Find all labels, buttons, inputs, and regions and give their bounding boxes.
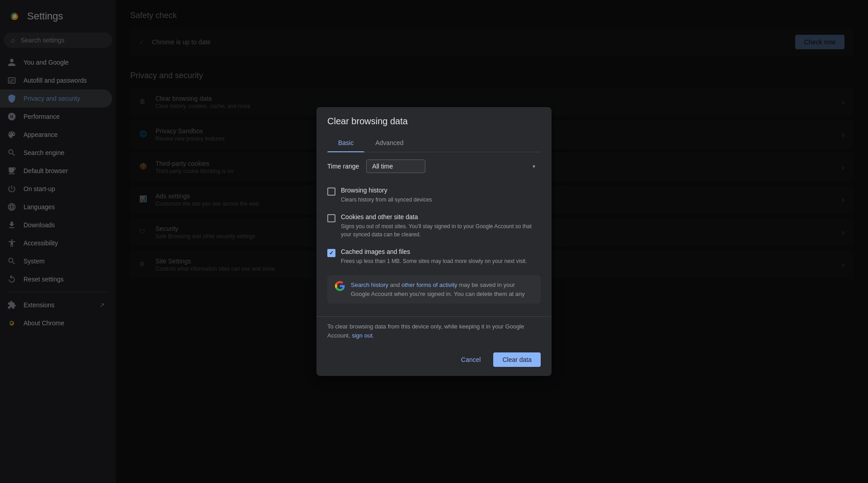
cancel-button[interactable]: Cancel	[452, 352, 490, 367]
clear-data-button[interactable]: Clear data	[493, 352, 541, 367]
cookies-desc: Signs you out of most sites. You'll stay…	[341, 222, 541, 239]
browsing-history-label: Browsing history	[341, 187, 541, 194]
checkbox-browsing-history: Browsing history Clears history from all…	[327, 182, 541, 208]
dialog-body: Time range All time Last 4 weeks Last 7 …	[316, 152, 552, 316]
info-box: Search history and other forms of activi…	[327, 275, 541, 304]
cached-images-desc: Frees up less than 1 MB. Some sites may …	[341, 257, 541, 265]
tab-advanced[interactable]: Advanced	[364, 134, 414, 152]
info-text-middle: and	[390, 281, 401, 288]
dialog-actions: Cancel Clear data	[316, 347, 552, 376]
sign-out-link[interactable]: sign out	[352, 332, 373, 339]
clear-data-dialog: Clear browsing data Basic Advanced Time …	[316, 107, 552, 376]
time-range-select[interactable]: All time Last 4 weeks Last 7 days Last 2…	[366, 159, 425, 173]
info-box-text: Search history and other forms of activi…	[351, 281, 533, 298]
checkbox-browsing-history-content: Browsing history Clears history from all…	[341, 187, 541, 204]
dialog-tabs: Basic Advanced	[327, 134, 541, 152]
search-history-link[interactable]: Search history	[351, 281, 388, 288]
other-forms-link[interactable]: other forms of activity	[401, 281, 458, 288]
checkbox-cached-images-box[interactable]	[327, 249, 335, 257]
checkbox-cached-images: Cached images and files Frees up less th…	[327, 243, 541, 270]
checkbox-cookies: Cookies and other site data Signs you ou…	[327, 208, 541, 243]
checkbox-browsing-history-box[interactable]	[327, 188, 335, 196]
time-range-row: Time range All time Last 4 weeks Last 7 …	[327, 159, 541, 173]
cookies-label: Cookies and other site data	[341, 213, 541, 220]
checkbox-cookies-box[interactable]	[327, 214, 335, 222]
dialog-overlay: Clear browsing data Basic Advanced Time …	[0, 0, 868, 483]
tab-basic[interactable]: Basic	[327, 134, 364, 152]
checkbox-cookies-content: Cookies and other site data Signs you ou…	[341, 213, 541, 239]
time-range-label: Time range	[327, 163, 359, 170]
cached-images-label: Cached images and files	[341, 248, 541, 255]
checkbox-cached-images-content: Cached images and files Frees up less th…	[341, 248, 541, 265]
dialog-header: Clear browsing data Basic Advanced	[316, 107, 552, 152]
browsing-history-desc: Clears history from all synced devices	[341, 196, 541, 204]
dialog-title: Clear browsing data	[327, 116, 541, 127]
time-range-select-wrapper: All time Last 4 weeks Last 7 days Last 2…	[366, 159, 541, 173]
google-g-icon	[335, 281, 345, 291]
footer-period: .	[373, 332, 374, 339]
dialog-footer-note: To clear browsing data from this device …	[316, 316, 552, 347]
